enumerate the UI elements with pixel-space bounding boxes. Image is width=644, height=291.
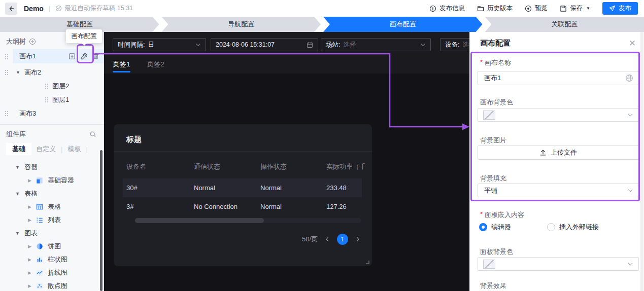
- drag-handle[interactable]: [45, 97, 48, 102]
- outline-item-layer2[interactable]: 图层2: [0, 79, 104, 93]
- component-basic-container[interactable]: ▶ 基础容器: [0, 174, 104, 187]
- preview-icon: [525, 5, 532, 12]
- publish-info-button[interactable]: 发布信息: [429, 4, 465, 13]
- close-icon[interactable]: ✕: [629, 39, 636, 48]
- bg-image-label: 背景图片: [480, 136, 506, 145]
- panel-bg-color-select[interactable]: [478, 257, 639, 271]
- back-arrow-icon: [8, 5, 15, 12]
- wrench-tooltip-text: 画布配置: [72, 32, 97, 41]
- outline-item-canvas1-selected-bg: 画布1: [13, 49, 104, 63]
- table-widget-card[interactable]: 标题 设备名 通信状态 操作状态 实际功率（千 30# Normal Norma…: [114, 124, 372, 266]
- panel-header: 画布配置 ✕: [470, 32, 644, 48]
- station-select[interactable]: 场站: 选择: [321, 38, 431, 51]
- search-icon[interactable]: [89, 131, 96, 138]
- autosave-text: 最近自动保存草稿 15:31: [64, 4, 133, 13]
- chevron-down-icon: [627, 188, 633, 194]
- datetime-picker[interactable]: 2024-08-06 15:31:07: [211, 38, 318, 51]
- document-title: Demo: [24, 5, 44, 13]
- back-button[interactable]: [5, 3, 17, 15]
- table-cell: No Connection: [194, 203, 260, 210]
- drag-handle[interactable]: [45, 83, 48, 89]
- table-hscroll-thumb[interactable]: [135, 218, 264, 223]
- preview-button[interactable]: 预览: [525, 4, 548, 13]
- bg-fill-select[interactable]: 平铺: [478, 184, 639, 197]
- drag-handle[interactable]: [5, 54, 8, 59]
- step-nav-config[interactable]: 导航配置: [162, 17, 321, 32]
- save-button[interactable]: 保存 ▼: [560, 4, 590, 13]
- current-page-button[interactable]: 1: [337, 234, 348, 245]
- add-square-icon[interactable]: [69, 53, 76, 60]
- table-cell: 127.26: [326, 203, 362, 210]
- wrench-icon[interactable]: [80, 53, 88, 60]
- component-pie-chart[interactable]: ▶ 饼图: [0, 240, 104, 253]
- tab-basic[interactable]: 基础: [6, 143, 31, 155]
- table-cell: 30#: [126, 184, 194, 192]
- component-scatter-chart[interactable]: ▶ 散点图: [0, 279, 104, 291]
- interval-select[interactable]: 时间间隔: 日: [113, 38, 206, 51]
- radio-editor-checked[interactable]: [479, 223, 487, 231]
- outline-item-canvas2[interactable]: ▼ 画布2: [0, 65, 104, 79]
- caret-down-icon: ▼: [15, 165, 20, 170]
- step-canvas-config[interactable]: 画布配置: [323, 17, 483, 32]
- color-swatch-empty: [483, 111, 495, 120]
- left-sidebar: 大纲树 画布1 ▼ 画布2: [0, 32, 104, 291]
- table-row: 30# Normal Normal 233.48: [123, 178, 362, 197]
- trash-icon[interactable]: [92, 53, 99, 60]
- panel-scrollbar[interactable]: [640, 32, 643, 291]
- chevron-down-icon: [627, 112, 633, 118]
- widget-resize-handle[interactable]: [366, 261, 369, 264]
- publish-button[interactable]: 发布: [602, 2, 638, 15]
- canvas-bg-color-select[interactable]: [478, 108, 639, 122]
- send-icon: [609, 5, 616, 12]
- component-table[interactable]: ▶ 表格: [0, 200, 104, 213]
- radio-external-link[interactable]: [547, 223, 555, 231]
- outline-item-label: 图层2: [52, 82, 69, 91]
- save-dropdown-caret-icon: ▼: [586, 6, 590, 11]
- device-select[interactable]: 设备: 选择: [440, 38, 469, 51]
- info-circle-icon: [429, 5, 436, 12]
- radio-external-label[interactable]: 插入外部链接: [559, 223, 599, 232]
- bg-fill-value: 平铺: [483, 186, 497, 195]
- outline-item-canvas1[interactable]: 画布1: [0, 49, 104, 63]
- outline-item-layer1[interactable]: 图层1: [0, 93, 104, 106]
- tab-page2[interactable]: 页签2: [147, 60, 165, 71]
- circle-plus-icon[interactable]: [29, 38, 36, 45]
- group-container[interactable]: ▼ 容器: [0, 161, 104, 174]
- table-cell: 233.48: [326, 184, 362, 192]
- upload-file-button[interactable]: 上传文件: [478, 146, 639, 160]
- topbar: Demo | 最近自动保存草稿 15:31 发布信息 历史版本 预览: [0, 0, 644, 17]
- component-bar-chart[interactable]: ▶ 柱状图: [0, 253, 104, 266]
- pagination-prev-icon[interactable]: [324, 236, 330, 242]
- group-table[interactable]: ▼ 表格: [0, 187, 104, 200]
- group-chart[interactable]: ▼ 图表: [0, 227, 104, 240]
- caret-right-icon: ▶: [28, 257, 31, 262]
- outline-item-canvas3[interactable]: 画布3: [0, 106, 104, 120]
- radio-editor-label[interactable]: 编辑器: [491, 223, 511, 232]
- caret-right-icon: ▶: [28, 217, 31, 223]
- component-list[interactable]: ▶ 列表: [0, 213, 104, 227]
- globe-icon[interactable]: [625, 74, 633, 82]
- history-version-button[interactable]: 历史版本: [477, 4, 513, 13]
- chevron-down-icon: [420, 42, 426, 48]
- drag-handle[interactable]: [5, 111, 8, 116]
- component-tree: ▼ 容器 ▶ 基础容器 ▼ 表格 ▶ 表格: [0, 161, 104, 291]
- step-relation-config[interactable]: 关联配置: [485, 17, 644, 32]
- outline-item-label: 画布2: [24, 68, 41, 77]
- canvas-name-label: * 画布名称: [480, 58, 511, 67]
- component-line-chart[interactable]: ▶ 折线图: [0, 266, 104, 279]
- canvas-name-input[interactable]: 画布1: [478, 71, 639, 85]
- datetime-value: 2024-08-06 15:31:07: [216, 41, 275, 48]
- pagination-next-icon[interactable]: [355, 236, 361, 242]
- component-library-tabs: 基础 自定义 | 模板 |: [0, 143, 104, 155]
- tab-page1[interactable]: 页签1: [113, 60, 130, 71]
- drag-handle[interactable]: [5, 69, 8, 75]
- tab-custom[interactable]: 自定义: [31, 143, 60, 155]
- caret-down-icon[interactable]: ▼: [16, 70, 20, 75]
- sidebar-scrollbar[interactable]: [100, 150, 103, 291]
- required-star: *: [480, 58, 483, 67]
- device-placeholder: 选择: [462, 41, 469, 49]
- tab-template[interactable]: 模板: [63, 143, 85, 155]
- wrench-tooltip: 画布配置: [66, 29, 102, 43]
- caret-down-icon: ▼: [15, 231, 20, 236]
- caret-right-icon: ▶: [28, 283, 31, 288]
